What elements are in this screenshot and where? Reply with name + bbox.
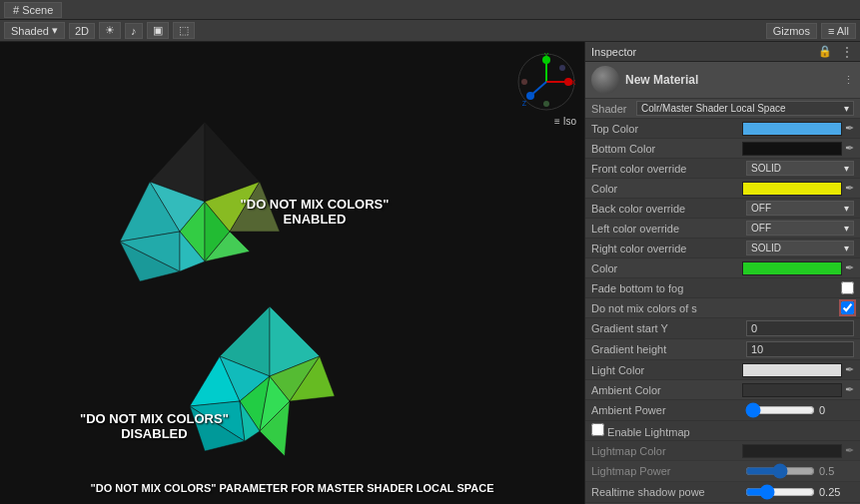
audio-button[interactable]: ♪: [125, 23, 143, 39]
fade-fog-checkbox[interactable]: [841, 281, 854, 294]
prop-row-front-override: Front color override SOLID ▾: [585, 159, 860, 179]
enable-lightmap-checkbox[interactable]: [591, 423, 604, 436]
right-color-swatch[interactable]: [742, 261, 842, 275]
bottom-color-swatch[interactable]: [742, 142, 842, 156]
eyedropper-icon[interactable]: ✒: [845, 122, 854, 135]
lightmap-color-swatch[interactable]: [742, 444, 842, 458]
gradient-height-value: [746, 341, 854, 357]
do-not-mix-label: Do not mix colors of s: [591, 302, 841, 314]
realtime-shadow-value: 0.25: [745, 484, 854, 500]
svg-point-35: [521, 79, 527, 85]
eyedropper-icon-7[interactable]: ✒: [845, 444, 854, 457]
bottom-color-value: ✒: [742, 142, 854, 156]
eyedropper-icon-4[interactable]: ✒: [845, 261, 854, 274]
sun-button[interactable]: ☀: [99, 22, 121, 39]
lightmap-power-slider[interactable]: [745, 463, 815, 479]
do-not-mix-checkbox[interactable]: [841, 301, 854, 314]
prop-row-front-color: Color ✒: [585, 179, 860, 199]
prop-row-back-override: Back color override OFF ▾: [585, 199, 860, 219]
layers-button[interactable]: ⬚: [173, 22, 195, 39]
eyedropper-icon-3[interactable]: ✒: [845, 182, 854, 195]
inspector-panel: Inspector 🔒 ⋮ New Material ⋮ Shader Colr…: [584, 42, 860, 504]
eyedropper-icon-5[interactable]: ✒: [845, 363, 854, 376]
front-override-dropdown[interactable]: SOLID ▾: [746, 161, 854, 176]
inspector-menu-icon[interactable]: ⋮: [840, 44, 854, 60]
prop-row-right-override: Right color override SOLID ▾: [585, 239, 860, 258]
front-color-value: ✒: [742, 182, 854, 196]
axis-gizmo: Y X Z: [516, 52, 576, 112]
top-color-value: ✒: [742, 122, 854, 136]
prop-row-bottom-color: Bottom Color ✒: [585, 139, 860, 159]
svg-point-34: [543, 101, 549, 107]
scene-tab[interactable]: # Scene: [4, 2, 62, 18]
prop-row-realtime-shadow: Realtime shadow powe 0.25: [585, 482, 860, 503]
iso-label: ≡ Iso: [554, 116, 576, 127]
prop-row-ambient-power: Ambient Power 0: [585, 400, 860, 421]
shading-mode-dropdown[interactable]: Shaded ▾: [4, 22, 65, 39]
second-toolbar: Shaded ▾ 2D ☀ ♪ ▣ ⬚ Gizmos ≡ All: [0, 20, 860, 42]
realtime-shadow-label: Realtime shadow powe: [591, 486, 745, 498]
svg-text:X: X: [571, 79, 576, 86]
do-not-mix-value: [841, 301, 854, 314]
right-color-override-value: SOLID ▾: [746, 241, 854, 255]
scene-viewport[interactable]: "DO NOT MIX COLORS" ENABLED: [0, 42, 584, 504]
gradient-start-value: [746, 320, 854, 336]
ambient-color-value: ✒: [742, 383, 854, 397]
bottom-color-label: Bottom Color: [591, 143, 742, 155]
bottom-label-title: "DO NOT MIX COLORS": [80, 411, 229, 426]
material-name: New Material: [625, 73, 837, 87]
bottom-label-disabled: "DO NOT MIX COLORS" DISABLED: [80, 411, 229, 441]
light-color-label: Light Color: [591, 364, 742, 376]
gizmos-button[interactable]: Gizmos: [766, 23, 817, 39]
eyedropper-icon-2[interactable]: ✒: [845, 142, 854, 155]
main-area: "DO NOT MIX COLORS" ENABLED: [0, 42, 860, 504]
left-color-override-value: OFF ▾: [746, 221, 854, 236]
right-override-dropdown[interactable]: SOLID ▾: [746, 241, 854, 255]
front-color-label: Color: [591, 183, 742, 195]
prop-row-gradient-height: Gradient height: [585, 339, 860, 360]
ambient-power-value: 0: [745, 402, 854, 418]
left-override-dropdown[interactable]: OFF ▾: [746, 221, 854, 236]
realtime-shadow-slider[interactable]: [745, 484, 815, 500]
prop-row-lightmap-color: Lightmap Color ✒: [585, 441, 860, 461]
top-color-label: Top Color: [591, 123, 742, 135]
front-color-override-value: SOLID ▾: [746, 161, 854, 176]
front-color-swatch[interactable]: [742, 182, 842, 196]
svg-text:Z: Z: [522, 100, 527, 107]
gradient-start-input[interactable]: [746, 320, 854, 336]
back-override-value: OFF: [751, 203, 771, 214]
gradient-height-input[interactable]: [746, 341, 854, 357]
prop-row-right-color: Color ✒: [585, 258, 860, 278]
bottom-label-sub: DISABLED: [80, 426, 229, 441]
chevron-icon-2: ▾: [844, 203, 849, 214]
view-2d-button[interactable]: 2D: [69, 23, 95, 39]
bottom-caption: "DO NOT MIX COLORS" PARAMETER FOR MASTER…: [0, 482, 584, 494]
prop-row-left-override: Left color override OFF ▾: [585, 219, 860, 239]
prop-row-gradient-start: Gradient start Y: [585, 318, 860, 339]
back-override-dropdown[interactable]: OFF ▾: [746, 201, 854, 216]
scene-tab-bar: # Scene: [0, 0, 860, 20]
view-all-button[interactable]: ≡ All: [821, 23, 856, 39]
top-label-sub: ENABLED: [241, 212, 390, 227]
gradient-start-label: Gradient start Y: [591, 322, 746, 334]
svg-point-32: [526, 92, 534, 100]
light-color-swatch[interactable]: [742, 363, 842, 377]
left-override-value: OFF: [751, 223, 771, 234]
ambient-power-label: Ambient Power: [591, 404, 745, 416]
lock-icon[interactable]: 🔒: [818, 45, 832, 58]
prop-row-enable-lightmap: Enable Lightmap: [585, 421, 860, 441]
shader-value: Colr/Master Shader Local Space: [641, 103, 786, 114]
eyedropper-icon-6[interactable]: ✒: [845, 383, 854, 396]
ambient-color-swatch[interactable]: [742, 383, 842, 397]
realtime-shadow-display: 0.25: [819, 486, 854, 498]
material-icon: [591, 66, 619, 94]
shader-dropdown[interactable]: Colr/Master Shader Local Space ▾: [636, 101, 854, 116]
top-color-swatch[interactable]: [742, 122, 842, 136]
light-color-value: ✒: [742, 363, 854, 377]
front-override-value: SOLID: [751, 163, 781, 174]
chevron-down-icon: ▾: [52, 24, 58, 37]
ambient-power-slider[interactable]: [745, 402, 815, 418]
material-menu-icon[interactable]: ⋮: [843, 74, 854, 87]
chevron-icon-4: ▾: [844, 243, 849, 253]
camera-button[interactable]: ▣: [147, 22, 169, 39]
